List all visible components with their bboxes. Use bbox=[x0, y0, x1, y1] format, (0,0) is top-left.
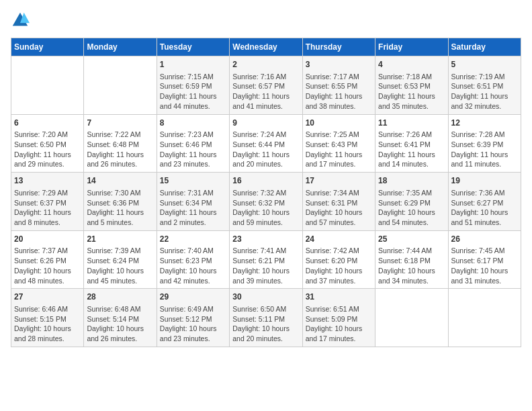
day-cell: 11Sunrise: 7:26 AM Sunset: 6:41 PM Dayli… bbox=[375, 114, 448, 173]
day-number: 15 bbox=[160, 175, 226, 187]
day-number: 26 bbox=[451, 234, 518, 245]
day-info: Sunrise: 7:19 AM Sunset: 6:51 PM Dayligh… bbox=[451, 72, 518, 111]
day-info: Sunrise: 6:48 AM Sunset: 5:14 PM Dayligh… bbox=[87, 304, 153, 344]
day-info: Sunrise: 7:41 AM Sunset: 6:21 PM Dayligh… bbox=[232, 246, 299, 285]
calendar-table: SundayMondayTuesdayWednesdayThursdayFrid… bbox=[11, 38, 521, 347]
day-number: 29 bbox=[160, 291, 226, 303]
week-row-1: 1Sunrise: 7:15 AM Sunset: 6:59 PM Daylig… bbox=[11, 56, 521, 115]
day-info: Sunrise: 6:50 AM Sunset: 5:11 PM Dayligh… bbox=[232, 304, 299, 344]
day-number: 30 bbox=[232, 291, 299, 303]
day-cell: 15Sunrise: 7:31 AM Sunset: 6:34 PM Dayli… bbox=[157, 173, 229, 231]
day-cell: 20Sunrise: 7:37 AM Sunset: 6:26 PM Dayli… bbox=[11, 230, 84, 289]
day-info: Sunrise: 7:28 AM Sunset: 6:39 PM Dayligh… bbox=[451, 130, 518, 169]
day-info: Sunrise: 7:25 AM Sunset: 6:43 PM Dayligh… bbox=[306, 130, 372, 169]
day-cell bbox=[84, 56, 157, 115]
day-cell: 18Sunrise: 7:35 AM Sunset: 6:29 PM Dayli… bbox=[375, 173, 448, 231]
day-info: Sunrise: 7:29 AM Sunset: 6:37 PM Dayligh… bbox=[14, 188, 81, 228]
day-number: 12 bbox=[451, 118, 518, 129]
day-info: Sunrise: 7:24 AM Sunset: 6:44 PM Dayligh… bbox=[232, 130, 299, 169]
day-cell: 17Sunrise: 7:34 AM Sunset: 6:31 PM Dayli… bbox=[302, 173, 375, 231]
day-cell: 28Sunrise: 6:48 AM Sunset: 5:14 PM Dayli… bbox=[84, 289, 157, 347]
header-row: SundayMondayTuesdayWednesdayThursdayFrid… bbox=[11, 38, 521, 56]
week-row-5: 27Sunrise: 6:46 AM Sunset: 5:15 PM Dayli… bbox=[11, 289, 521, 347]
col-header-friday: Friday bbox=[375, 38, 448, 56]
logo bbox=[11, 11, 32, 30]
day-info: Sunrise: 7:20 AM Sunset: 6:50 PM Dayligh… bbox=[14, 130, 81, 169]
day-info: Sunrise: 6:46 AM Sunset: 5:15 PM Dayligh… bbox=[14, 304, 81, 344]
day-info: Sunrise: 7:18 AM Sunset: 6:53 PM Dayligh… bbox=[378, 72, 445, 111]
day-number: 6 bbox=[14, 118, 81, 129]
day-cell: 10Sunrise: 7:25 AM Sunset: 6:43 PM Dayli… bbox=[302, 114, 375, 173]
day-number: 23 bbox=[232, 234, 299, 245]
day-number: 25 bbox=[378, 234, 445, 245]
day-number: 20 bbox=[14, 234, 81, 245]
day-info: Sunrise: 7:15 AM Sunset: 6:59 PM Dayligh… bbox=[160, 72, 226, 111]
day-cell: 13Sunrise: 7:29 AM Sunset: 6:37 PM Dayli… bbox=[11, 173, 84, 231]
day-number: 2 bbox=[232, 59, 299, 71]
day-info: Sunrise: 7:23 AM Sunset: 6:46 PM Dayligh… bbox=[160, 130, 226, 169]
week-row-4: 20Sunrise: 7:37 AM Sunset: 6:26 PM Dayli… bbox=[11, 230, 521, 289]
day-number: 22 bbox=[160, 234, 226, 245]
day-number: 27 bbox=[14, 291, 81, 303]
week-row-2: 6Sunrise: 7:20 AM Sunset: 6:50 PM Daylig… bbox=[11, 114, 521, 173]
day-info: Sunrise: 7:17 AM Sunset: 6:55 PM Dayligh… bbox=[306, 72, 372, 111]
col-header-tuesday: Tuesday bbox=[157, 38, 229, 56]
day-cell: 8Sunrise: 7:23 AM Sunset: 6:46 PM Daylig… bbox=[157, 114, 229, 173]
day-number: 17 bbox=[306, 175, 372, 187]
day-cell bbox=[375, 289, 448, 347]
day-number: 9 bbox=[232, 118, 299, 129]
day-info: Sunrise: 7:30 AM Sunset: 6:36 PM Dayligh… bbox=[87, 188, 153, 228]
day-number: 21 bbox=[87, 234, 153, 245]
day-cell: 24Sunrise: 7:42 AM Sunset: 6:20 PM Dayli… bbox=[302, 230, 375, 289]
day-info: Sunrise: 7:42 AM Sunset: 6:20 PM Dayligh… bbox=[306, 246, 372, 285]
day-cell: 29Sunrise: 6:49 AM Sunset: 5:12 PM Dayli… bbox=[157, 289, 229, 347]
day-number: 14 bbox=[87, 175, 153, 187]
day-number: 4 bbox=[378, 59, 445, 71]
day-cell: 16Sunrise: 7:32 AM Sunset: 6:32 PM Dayli… bbox=[230, 173, 302, 231]
day-number: 31 bbox=[306, 291, 372, 303]
day-number: 1 bbox=[160, 59, 226, 71]
day-number: 13 bbox=[14, 175, 81, 187]
col-header-thursday: Thursday bbox=[302, 38, 375, 56]
day-cell: 14Sunrise: 7:30 AM Sunset: 6:36 PM Dayli… bbox=[84, 173, 157, 231]
day-info: Sunrise: 6:49 AM Sunset: 5:12 PM Dayligh… bbox=[160, 304, 226, 344]
day-info: Sunrise: 7:31 AM Sunset: 6:34 PM Dayligh… bbox=[160, 188, 226, 228]
day-number: 8 bbox=[160, 118, 226, 129]
day-cell: 6Sunrise: 7:20 AM Sunset: 6:50 PM Daylig… bbox=[11, 114, 84, 173]
day-info: Sunrise: 6:51 AM Sunset: 5:09 PM Dayligh… bbox=[306, 304, 372, 344]
day-info: Sunrise: 7:22 AM Sunset: 6:48 PM Dayligh… bbox=[87, 130, 153, 169]
day-number: 16 bbox=[232, 175, 299, 187]
day-number: 28 bbox=[87, 291, 153, 303]
col-header-saturday: Saturday bbox=[448, 38, 521, 56]
day-cell: 30Sunrise: 6:50 AM Sunset: 5:11 PM Dayli… bbox=[230, 289, 302, 347]
day-cell: 27Sunrise: 6:46 AM Sunset: 5:15 PM Dayli… bbox=[11, 289, 84, 347]
day-cell: 4Sunrise: 7:18 AM Sunset: 6:53 PM Daylig… bbox=[375, 56, 448, 115]
day-cell: 23Sunrise: 7:41 AM Sunset: 6:21 PM Dayli… bbox=[230, 230, 302, 289]
day-info: Sunrise: 7:34 AM Sunset: 6:31 PM Dayligh… bbox=[306, 188, 372, 228]
day-info: Sunrise: 7:26 AM Sunset: 6:41 PM Dayligh… bbox=[378, 130, 445, 169]
day-number: 11 bbox=[378, 118, 445, 129]
day-cell: 22Sunrise: 7:40 AM Sunset: 6:23 PM Dayli… bbox=[157, 230, 229, 289]
day-number: 10 bbox=[306, 118, 372, 129]
day-number: 18 bbox=[378, 175, 445, 187]
day-cell: 25Sunrise: 7:44 AM Sunset: 6:18 PM Dayli… bbox=[375, 230, 448, 289]
day-cell: 19Sunrise: 7:36 AM Sunset: 6:27 PM Dayli… bbox=[448, 173, 521, 231]
day-cell: 26Sunrise: 7:45 AM Sunset: 6:17 PM Dayli… bbox=[448, 230, 521, 289]
day-cell: 9Sunrise: 7:24 AM Sunset: 6:44 PM Daylig… bbox=[230, 114, 302, 173]
day-info: Sunrise: 7:37 AM Sunset: 6:26 PM Dayligh… bbox=[14, 246, 81, 285]
day-cell: 1Sunrise: 7:15 AM Sunset: 6:59 PM Daylig… bbox=[157, 56, 229, 115]
day-info: Sunrise: 7:39 AM Sunset: 6:24 PM Dayligh… bbox=[87, 246, 153, 285]
day-number: 24 bbox=[306, 234, 372, 245]
day-cell bbox=[448, 289, 521, 347]
day-info: Sunrise: 7:16 AM Sunset: 6:57 PM Dayligh… bbox=[232, 72, 299, 111]
day-number: 19 bbox=[451, 175, 518, 187]
col-header-wednesday: Wednesday bbox=[230, 38, 302, 56]
page-header bbox=[11, 11, 521, 30]
day-cell: 12Sunrise: 7:28 AM Sunset: 6:39 PM Dayli… bbox=[448, 114, 521, 173]
day-number: 7 bbox=[87, 118, 153, 129]
col-header-monday: Monday bbox=[84, 38, 157, 56]
day-info: Sunrise: 7:36 AM Sunset: 6:27 PM Dayligh… bbox=[451, 188, 518, 228]
logo-icon bbox=[11, 11, 30, 30]
day-info: Sunrise: 7:45 AM Sunset: 6:17 PM Dayligh… bbox=[451, 246, 518, 285]
col-header-sunday: Sunday bbox=[11, 38, 84, 56]
